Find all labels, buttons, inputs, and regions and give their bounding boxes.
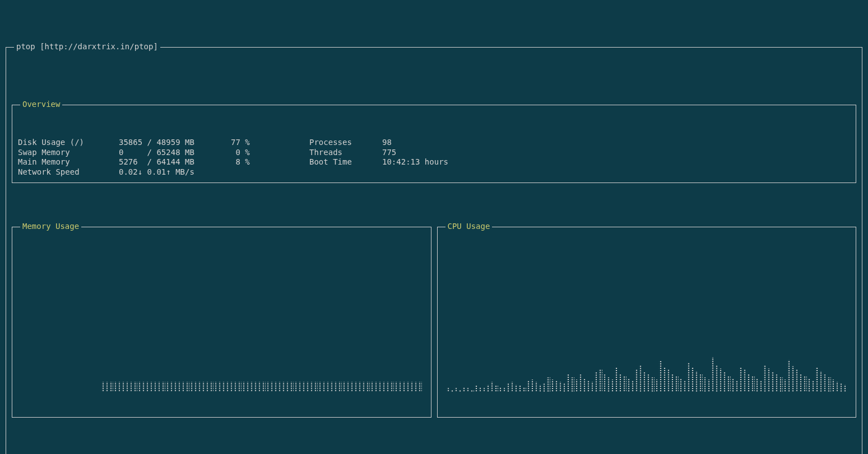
overview-label: Network Speed	[18, 167, 119, 177]
chart-bar	[799, 373, 802, 392]
chart-bar	[795, 369, 799, 392]
chart-bar	[771, 372, 774, 392]
chart-bar	[270, 382, 273, 392]
chart-bar	[595, 372, 598, 392]
chart-bar	[559, 382, 562, 392]
chart-bar	[510, 382, 514, 392]
chart-bar	[394, 382, 398, 392]
chart-bar	[787, 360, 791, 392]
chart-bar	[362, 382, 365, 392]
chart-bar	[607, 377, 610, 392]
chart-bar	[122, 382, 125, 392]
overview-row: Network Speed0.02↓ 0.01↑ MB/s	[18, 167, 850, 177]
chart-bar	[767, 368, 770, 392]
chart-bar	[603, 375, 606, 392]
chart-bar	[226, 382, 229, 392]
overview-row: Main Memory5276 / 64144 MB 8 %Boot Time1…	[18, 157, 850, 167]
chart-bar	[563, 383, 566, 392]
chart-bar	[146, 382, 149, 392]
chart-bar	[118, 382, 121, 392]
chart-bar	[274, 382, 277, 392]
chart-bar	[575, 380, 578, 392]
chart-bar	[370, 382, 374, 392]
chart-bar	[667, 369, 670, 392]
chart-bar	[695, 371, 698, 392]
chart-bar	[535, 382, 538, 392]
memory-usage-title: Memory Usage	[20, 222, 81, 232]
chart-bar	[354, 382, 358, 392]
chart-bar	[655, 380, 658, 392]
chart-bar	[619, 373, 622, 392]
chart-bar	[314, 382, 317, 392]
chart-bar	[683, 381, 686, 392]
chart-bar	[639, 365, 642, 392]
chart-bar	[466, 388, 470, 392]
chart-bar	[142, 382, 145, 392]
chart-bar	[470, 390, 474, 392]
chart-bar	[246, 382, 249, 392]
chart-bar	[406, 382, 410, 392]
chart-bar	[447, 388, 450, 392]
chart-bar	[410, 382, 414, 392]
chart-bar	[170, 382, 173, 392]
chart-bar	[791, 366, 795, 392]
chart-bar	[743, 369, 746, 392]
chart-bar	[727, 376, 730, 392]
chart-bar	[839, 383, 843, 392]
chart-bar	[587, 381, 590, 392]
overview-label: Threads	[309, 148, 382, 158]
overview-value: 775	[382, 148, 396, 158]
chart-bar	[783, 380, 787, 392]
chart-bar	[182, 382, 185, 392]
chart-bar	[663, 367, 666, 392]
chart-bar	[202, 382, 205, 392]
chart-bar	[250, 382, 253, 392]
chart-bar	[527, 381, 530, 392]
overview-label: Boot Time	[309, 157, 382, 167]
overview-row: Disk Usage (/)35865 / 48959 MB77 %Proces…	[18, 138, 850, 148]
chart-bar	[490, 382, 494, 392]
chart-bar	[418, 382, 421, 392]
chart-bar	[214, 382, 217, 392]
overview-percent: 8 %	[231, 157, 309, 167]
chart-bar	[494, 386, 498, 392]
chart-bar	[598, 369, 602, 392]
chart-bar	[567, 373, 570, 392]
chart-bar	[230, 382, 233, 392]
chart-bar	[350, 382, 354, 392]
overview-title: Overview	[20, 100, 62, 110]
chart-bar	[398, 382, 402, 392]
chart-bar	[703, 377, 707, 392]
chart-bar	[210, 382, 213, 392]
chart-bar	[623, 376, 626, 392]
chart-bar	[254, 382, 257, 392]
chart-bar	[659, 361, 662, 392]
chart-bar	[133, 382, 137, 392]
window-frame: ptop [http://darxtrix.in/ptop] Overview …	[6, 47, 862, 454]
overview-label: Processes	[309, 138, 382, 148]
chart-bar	[531, 380, 534, 392]
chart-bar	[306, 382, 309, 392]
overview-value: 35865 / 48959 MB	[119, 138, 231, 148]
chart-bar	[555, 381, 558, 392]
chart-bar	[414, 382, 417, 392]
chart-bar	[374, 382, 378, 392]
chart-bar	[185, 382, 189, 392]
chart-bar	[747, 373, 750, 392]
chart-bar	[366, 382, 369, 392]
chart-bar	[462, 387, 466, 392]
chart-bar	[150, 382, 153, 392]
overview-value: 98	[382, 138, 392, 148]
chart-bar	[290, 382, 293, 392]
overview-value: 10:42:13 hours	[382, 157, 448, 167]
chart-bar	[551, 380, 554, 392]
chart-bar	[739, 367, 742, 392]
chart-bar	[615, 367, 618, 392]
chart-bar	[486, 385, 490, 392]
chart-bar	[687, 362, 690, 392]
chart-bar	[763, 365, 767, 392]
overview-value: 0 / 65248 MB	[119, 148, 231, 158]
chart-bar	[222, 382, 225, 392]
chart-bar	[675, 376, 678, 392]
chart-bar	[823, 375, 827, 392]
